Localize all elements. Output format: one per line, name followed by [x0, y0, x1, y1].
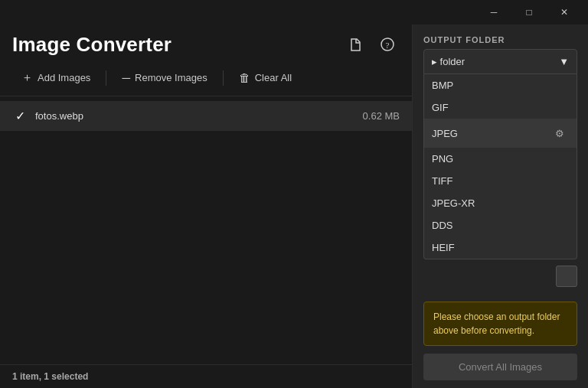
convert-all-label: Convert All Images — [459, 361, 542, 373]
format-label-bmp: BMP — [432, 80, 453, 91]
toolbar-separator-2 — [223, 70, 224, 86]
quality-slider[interactable] — [556, 266, 577, 287]
close-button[interactable]: ✕ — [547, 0, 582, 24]
format-option-dds[interactable]: DDS — [424, 214, 577, 236]
format-option-jpeg-xr[interactable]: JPEG-XR — [424, 192, 577, 214]
right-panel: OUTPUT FOLDER ▸ folder ▼ BMP GIF JPEG ⚙ — [412, 24, 588, 388]
format-dropdown-list: BMP GIF JPEG ⚙ PNG TIFF JPEG-XR — [423, 74, 577, 259]
format-option-jpeg[interactable]: JPEG ⚙ — [424, 119, 577, 148]
format-option-tiff[interactable]: TIFF — [424, 170, 577, 192]
file-size: 0.62 MB — [363, 110, 400, 122]
warning-text: Please choose an output folder above bef… — [433, 311, 560, 336]
format-label-heif: HEIF — [432, 242, 455, 253]
header-icons: ? — [343, 32, 400, 57]
add-images-label: Add Images — [38, 72, 90, 83]
help-icon-button[interactable]: ? — [375, 32, 400, 57]
clear-all-button[interactable]: 🗑 Clear All — [230, 67, 301, 89]
toolbar-separator-1 — [106, 70, 106, 86]
format-dropdown-container: ▸ folder ▼ BMP GIF JPEG ⚙ PNG TIFF — [413, 49, 588, 259]
remove-images-button[interactable]: ─ Remove Images — [113, 67, 216, 89]
svg-text:?: ? — [386, 41, 390, 50]
left-panel: Image Converter ? ＋ — [0, 24, 412, 388]
format-settings-icon[interactable]: ⚙ — [550, 124, 569, 142]
file-checkbox: ✓ — [12, 109, 28, 123]
dropdown-chevron-icon: ▼ — [559, 56, 569, 67]
main-layout: Image Converter ? ＋ — [0, 24, 588, 388]
format-option-bmp[interactable]: BMP — [424, 74, 577, 96]
selected-format: ▸ folder — [432, 56, 465, 67]
file-icon-button[interactable] — [343, 32, 368, 57]
trash-icon: 🗑 — [239, 71, 250, 84]
warning-box: Please choose an output folder above bef… — [423, 302, 577, 346]
file-item[interactable]: ✓ fotos.webp 0.62 MB — [0, 101, 412, 131]
format-option-heif[interactable]: HEIF — [424, 236, 577, 259]
file-name: fotos.webp — [35, 110, 355, 122]
format-label-dds: DDS — [432, 220, 452, 231]
minimize-button[interactable]: ─ — [476, 0, 511, 24]
format-dropdown-trigger[interactable]: ▸ folder ▼ — [423, 49, 577, 74]
clear-all-label: Clear All — [255, 72, 292, 83]
format-label-jpeg: JPEG — [432, 128, 458, 139]
add-icon: ＋ — [21, 70, 33, 85]
status-bar: 1 item, 1 selected — [0, 364, 412, 388]
toolbar: ＋ Add Images ─ Remove Images 🗑 Clear All — [0, 60, 412, 96]
bottom-section: Please choose an output folder above bef… — [413, 294, 588, 388]
format-label-png: PNG — [432, 153, 453, 165]
format-option-gif[interactable]: GIF — [424, 96, 577, 119]
remove-images-label: Remove Images — [135, 72, 207, 83]
remove-icon: ─ — [122, 71, 130, 84]
app-title: Image Converter — [12, 33, 172, 57]
file-list: ✓ fotos.webp 0.62 MB — [0, 96, 412, 364]
output-folder-label: OUTPUT FOLDER — [413, 24, 588, 49]
convert-all-button[interactable]: Convert All Images — [423, 354, 577, 380]
titlebar: ─ □ ✕ — [0, 0, 588, 24]
format-label-gif: GIF — [432, 102, 449, 113]
format-label-tiff: TIFF — [432, 175, 452, 187]
maximize-button[interactable]: □ — [511, 0, 547, 24]
add-images-button[interactable]: ＋ Add Images — [12, 66, 100, 90]
quality-area — [413, 259, 588, 293]
format-label-jpeg-xr: JPEG-XR — [432, 197, 475, 209]
app-header: Image Converter ? — [0, 24, 412, 60]
status-text: 1 item, 1 selected — [12, 371, 88, 382]
format-option-png[interactable]: PNG — [424, 148, 577, 170]
